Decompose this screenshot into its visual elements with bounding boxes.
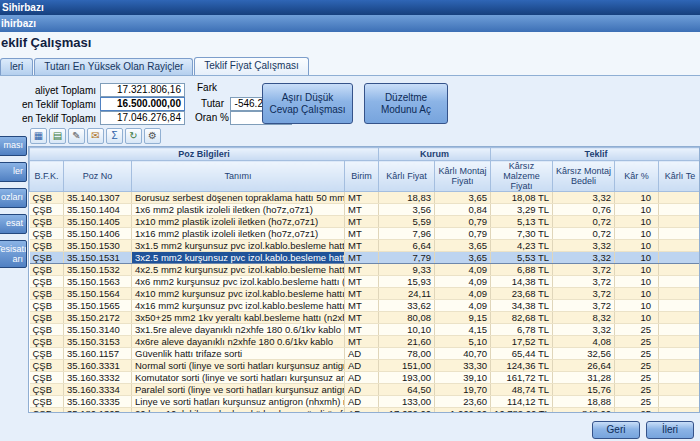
table-row[interactable]: ÇŞB35.150.31534x6re aleve dayanıklı n2xh… [30, 336, 700, 348]
table-row[interactable]: ÇŞB35.150.15313x2.5 mm2 kurşunsuz pvc iz… [30, 252, 700, 264]
cell[interactable]: 1.060,00 [435, 408, 491, 414]
table-row[interactable]: ÇŞB35.150.15644x10 mm2 kurşunsuz pvc izo… [30, 288, 700, 300]
cell[interactable]: 6,88 TL [491, 264, 553, 276]
cell[interactable]: ÇŞB [30, 216, 64, 228]
tab-2[interactable]: Tutarı En Yüksek Olan Rayiçler [34, 58, 193, 75]
cell[interactable]: 0,79 [435, 228, 491, 240]
cell[interactable]: 3,65 [435, 240, 491, 252]
cell[interactable]: ÇŞB [30, 372, 64, 384]
cell[interactable]: 3x1.5 mm2 kurşunsuz pvc izol.kablo.besle… [132, 240, 345, 252]
cell[interactable] [659, 276, 700, 288]
grid-column-header[interactable]: Kâr % [615, 161, 659, 192]
cell[interactable]: 4,09 [435, 300, 491, 312]
cell[interactable] [659, 396, 700, 408]
cell[interactable]: Linye ve sorti hatları kurşunsuz antigro… [132, 396, 345, 408]
cell[interactable]: 0,79 [435, 216, 491, 228]
cell[interactable]: 17.630,00 [379, 408, 435, 414]
cell[interactable]: 1x10 mm2 plastik izoleli iletken (ho7z,o… [132, 216, 345, 228]
cell[interactable]: ÇŞB [30, 360, 64, 372]
cell[interactable]: 80,08 [379, 312, 435, 324]
table-row[interactable]: ÇŞB35.160.3335Linye ve sorti hatları kur… [30, 396, 700, 408]
cell[interactable]: 18,08 TL [491, 192, 553, 204]
grid-column-header[interactable]: Tanımı [132, 161, 345, 192]
table-row[interactable]: ÇŞB35.150.15634x6 mm2 kurşunsuz pvc izol… [30, 276, 700, 288]
cell[interactable]: 10 [615, 300, 659, 312]
cell[interactable]: 0,72 [553, 216, 615, 228]
cell[interactable]: 15,76 [553, 384, 615, 396]
duzeltme-modu-button[interactable]: Düzeltme Modunu Aç [364, 83, 448, 124]
cell[interactable]: 7,30 TL [491, 228, 553, 240]
cell[interactable]: 10 [615, 192, 659, 204]
cell[interactable]: 65,44 TL [491, 348, 553, 360]
cell[interactable]: 78,00 [379, 348, 435, 360]
cell[interactable]: 5,53 TL [491, 252, 553, 264]
cell[interactable]: 161,72 TL [491, 372, 553, 384]
sidebar-item-1[interactable]: ması [0, 136, 27, 156]
cell[interactable]: 4,09 [435, 264, 491, 276]
cell[interactable]: 21,60 [379, 336, 435, 348]
cell[interactable] [659, 324, 700, 336]
cell[interactable]: 4,08 [553, 336, 615, 348]
grid-column-header[interactable]: B.F.K. [30, 161, 64, 192]
table-row[interactable]: ÇŞB35.150.15324x2.5 mm2 kurşunsuz pvc iz… [30, 264, 700, 276]
cell[interactable]: ÇŞB [30, 276, 64, 288]
cell[interactable]: 25 [615, 384, 659, 396]
cell[interactable]: 33,30 [435, 360, 491, 372]
cell[interactable]: ÇŞB [30, 396, 64, 408]
child-window-titlebar[interactable]: ihirbazı [0, 15, 700, 32]
cell[interactable] [659, 312, 700, 324]
cell[interactable]: 10 [615, 216, 659, 228]
cell[interactable]: 0,76 [553, 204, 615, 216]
cell[interactable]: 64,50 [379, 384, 435, 396]
sidebar-item-5[interactable]: Tesisatıarı [0, 240, 27, 268]
sum-icon[interactable]: Σ [106, 128, 123, 144]
cell[interactable]: MT [345, 240, 379, 252]
cell[interactable]: 151,00 [379, 360, 435, 372]
cell[interactable]: 35.150.1404 [64, 204, 132, 216]
cell[interactable]: 6,78 TL [491, 324, 553, 336]
cell[interactable]: 35.160.1157 [64, 348, 132, 360]
cell[interactable]: 3,32 [553, 192, 615, 204]
table-row[interactable]: ÇŞB35.150.15654x16 mm2 kurşunsuz pvc izo… [30, 300, 700, 312]
cell[interactable]: MT [345, 312, 379, 324]
cell[interactable]: 4,09 [435, 288, 491, 300]
cell[interactable]: 39,10 [435, 372, 491, 384]
grid-column-header[interactable]: Birim [345, 161, 379, 192]
cell[interactable]: MT [345, 192, 379, 204]
cell[interactable]: MT [345, 300, 379, 312]
sidebar-item-4[interactable]: esat [0, 214, 27, 234]
cell[interactable]: MT [345, 252, 379, 264]
cell[interactable]: 20 kva 10 dakikaya kadar akü besleme sür… [132, 408, 345, 414]
grid-column-header[interactable]: Kârlı Montaj Fiyatı [435, 161, 491, 192]
grid-icon[interactable]: ▦ [30, 128, 47, 144]
cell[interactable]: 18,88 [553, 396, 615, 408]
cell[interactable]: 3,65 [435, 192, 491, 204]
cell[interactable] [659, 204, 700, 216]
cell[interactable]: 35.160.3331 [64, 360, 132, 372]
cell[interactable]: 5,59 [379, 216, 435, 228]
cell[interactable]: 35.140.1307 [64, 192, 132, 204]
cell[interactable]: 18,83 [379, 192, 435, 204]
cell[interactable]: MT [345, 216, 379, 228]
grid-column-header[interactable]: Kârsız Montaj Bedeli [553, 161, 615, 192]
cell[interactable]: MT [345, 228, 379, 240]
cell[interactable]: 26,64 [553, 360, 615, 372]
cell[interactable]: 4x6 mm2 kurşunsuz pvc izol.kablo.besleme… [132, 276, 345, 288]
cell[interactable]: 4x10 mm2 kurşunsuz pvc izol.kablo.beslem… [132, 288, 345, 300]
cell[interactable]: 124,36 TL [491, 360, 553, 372]
cell[interactable]: 4x6re aleve dayanıklı n2xhfe 180 0.6/1kv… [132, 336, 345, 348]
cell[interactable]: 35.150.3140 [64, 324, 132, 336]
cell[interactable]: AD [345, 384, 379, 396]
cell[interactable]: 35.150.1405 [64, 216, 132, 228]
cell[interactable]: ÇŞB [30, 348, 64, 360]
cell[interactable]: 133,00 [379, 396, 435, 408]
asiri-dusuk-cevap-button[interactable]: Aşırı Düşük Cevap Çalışması [262, 83, 353, 124]
cell[interactable]: 10 [615, 228, 659, 240]
cell[interactable]: 25 [615, 372, 659, 384]
grid-column-header[interactable]: Kârlı Te [659, 161, 700, 192]
cell[interactable]: 10 [615, 204, 659, 216]
cell[interactable]: ÇŞB [30, 384, 64, 396]
cell[interactable]: 35.150.3153 [64, 336, 132, 348]
table-row[interactable]: ÇŞB35.150.14051x10 mm2 plastik izoleli i… [30, 216, 700, 228]
app-titlebar[interactable]: Sihirbazı [0, 0, 700, 15]
